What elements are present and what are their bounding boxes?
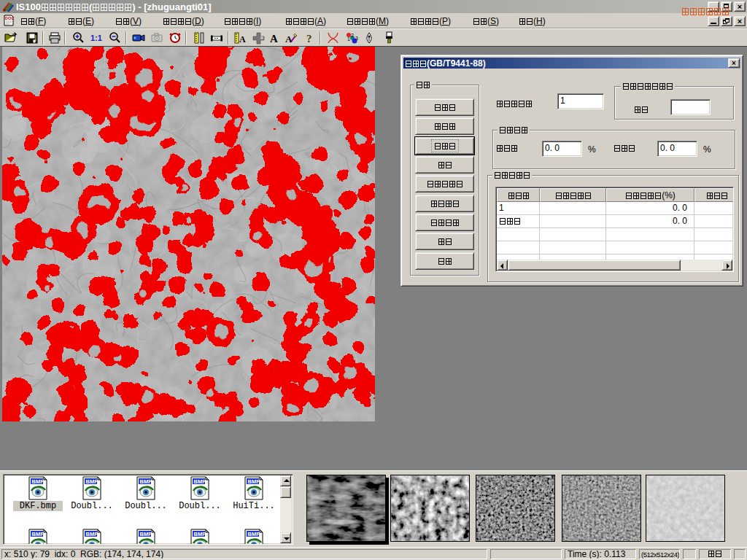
svg-text:2: 2 [351, 33, 354, 38]
svg-text:BMP: BMP [140, 531, 152, 537]
svg-text:BMP: BMP [86, 478, 98, 485]
svg-text:BMP: BMP [194, 478, 206, 485]
svg-text:BMP: BMP [140, 478, 152, 485]
svg-text:A: A [270, 33, 278, 44]
svg-text:3: 3 [355, 36, 358, 41]
svg-text:DOC: DOC [5, 16, 14, 20]
svg-text:1:1: 1:1 [90, 34, 102, 42]
svg-text:BMP: BMP [32, 531, 44, 537]
svg-text:BMP: BMP [248, 531, 260, 537]
svg-text:A: A [239, 34, 246, 44]
svg-text:BMP: BMP [86, 531, 98, 537]
svg-text:1: 1 [347, 36, 350, 42]
svg-text:A: A [285, 34, 293, 44]
svg-text:BMP: BMP [248, 478, 260, 485]
svg-text:BMP: BMP [32, 478, 44, 485]
svg-text:BMP: BMP [194, 531, 206, 537]
svg-text:?: ? [306, 33, 312, 44]
